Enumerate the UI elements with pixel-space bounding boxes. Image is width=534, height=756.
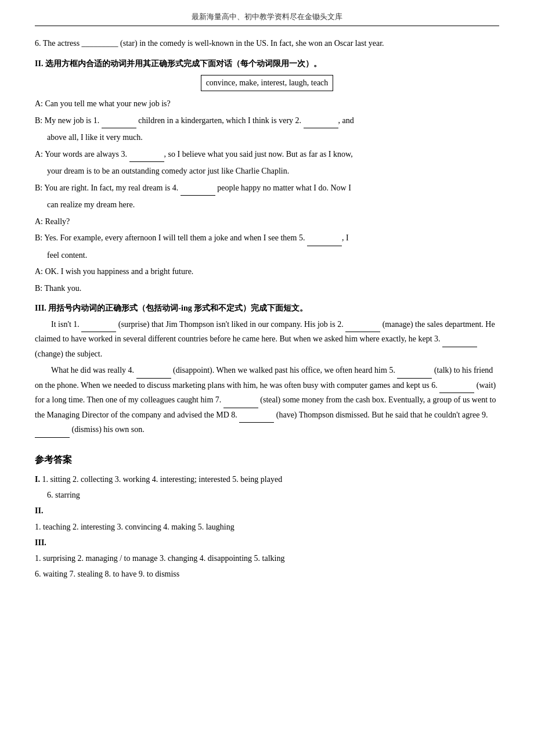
content: 6. The actress _________ (star) in the c… xyxy=(35,37,499,581)
header: 最新海量高中、初中教学资料尽在金锄头文库 xyxy=(35,12,499,26)
section-ii-label: II. 选用方框内合适的动词并用其正确形式完成下面对话（每个动词限用一次）。 xyxy=(35,59,322,68)
dialogue-2: B: My new job is 1. children in a kinder… xyxy=(35,114,499,129)
answer-i-line2: 6. starring xyxy=(35,488,499,502)
question-6: 6. The actress _________ (star) in the c… xyxy=(35,37,499,51)
blank-5 xyxy=(307,231,342,246)
blank-iii-3 xyxy=(442,332,477,347)
blank-iii-8 xyxy=(239,408,274,423)
answer-iii-line2: 6. waiting 7. stealing 8. to have 9. to … xyxy=(35,567,499,581)
dialogue-4: B: You are right. In fact, my real dream… xyxy=(35,181,499,196)
blank-3 xyxy=(129,147,164,163)
answer-section-i-label: I. 1. sitting 2. collecting 3. working 4… xyxy=(35,472,499,487)
dialogue-5: A: Really? xyxy=(35,215,499,229)
ans-ii-line: 1. teaching 2. interesting 3. convincing… xyxy=(35,523,234,531)
q6-text: 6. The actress _________ (star) in the c… xyxy=(35,39,384,48)
dialogue-6b: feel content. xyxy=(35,249,499,263)
answer-ii-line: 1. teaching 2. interesting 3. convincing… xyxy=(35,520,499,534)
blank-iii-5 xyxy=(397,363,432,379)
section-iii-label: III. 用括号内动词的正确形式（包括动词-ing 形式和不定式）完成下面短文。 xyxy=(35,304,308,312)
ans-iii-label: III. xyxy=(35,538,46,547)
ans-iii-line1: 1. surprising 2. managing / to manage 3.… xyxy=(35,554,284,563)
blank-iii-1 xyxy=(81,318,116,333)
dialogue-4b: can realize my dream here. xyxy=(35,198,499,213)
dialogue-3: A: Your words are always 3. , so I belie… xyxy=(35,147,499,163)
dialogue-1: A: Can you tell me what your new job is? xyxy=(35,97,499,111)
ans-i-line1: 1. sitting 2. collecting 3. working 4. i… xyxy=(42,475,282,484)
dialogue-2b: above all, I like it very much. xyxy=(35,131,499,145)
blank-4 xyxy=(181,181,215,196)
answers-section: 参考答案 I. 1. sitting 2. collecting 3. work… xyxy=(35,452,499,582)
answer-section-ii-label: II. xyxy=(35,503,499,518)
para-2: What he did was really 4. (disappoint). … xyxy=(35,363,499,438)
answers-title: 参考答案 xyxy=(35,452,499,467)
dialogue-8: B: Thank you. xyxy=(35,282,499,296)
blank-1 xyxy=(102,114,136,129)
ans-i-label: I. xyxy=(35,475,40,484)
blank-iii-7 xyxy=(223,393,258,408)
answer-section-iii-label: III. xyxy=(35,535,499,550)
blank-2 xyxy=(304,114,338,129)
blank-iii-9 xyxy=(35,423,70,438)
dialogue-3b: your dream is to be an outstanding comed… xyxy=(35,164,499,179)
ans-iii-line2: 6. waiting 7. stealing 8. to have 9. to … xyxy=(35,570,179,578)
word-box-container: convince, make, interest, laugh, teach xyxy=(35,73,499,93)
ans-ii-label: II. xyxy=(35,506,43,515)
answer-iii-line1: 1. surprising 2. managing / to manage 3.… xyxy=(35,551,499,566)
para-1: It isn't 1. (surprise) that Jim Thompson… xyxy=(35,318,499,362)
word-box: convince, make, interest, laugh, teach xyxy=(201,75,334,91)
header-title: 最新海量高中、初中教学资料尽在金锄头文库 xyxy=(192,12,342,21)
page: 最新海量高中、初中教学资料尽在金锄头文库 6. The actress ____… xyxy=(0,0,534,756)
blank-iii-6 xyxy=(439,379,474,394)
dialogue-7: A: OK. I wish you happiness and a bright… xyxy=(35,265,499,279)
dialogue-6: B: Yes. For example, every afternoon I w… xyxy=(35,231,499,246)
blank-iii-2 xyxy=(345,318,380,333)
ans-i-line2: 6. starring xyxy=(47,491,80,499)
blank-iii-4 xyxy=(136,363,171,379)
section-iii-heading: III. 用括号内动词的正确形式（包括动词-ing 形式和不定式）完成下面短文。 xyxy=(35,301,499,315)
section-ii-heading: II. 选用方框内合适的动词并用其正确形式完成下面对话（每个动词限用一次）。 xyxy=(35,57,499,71)
